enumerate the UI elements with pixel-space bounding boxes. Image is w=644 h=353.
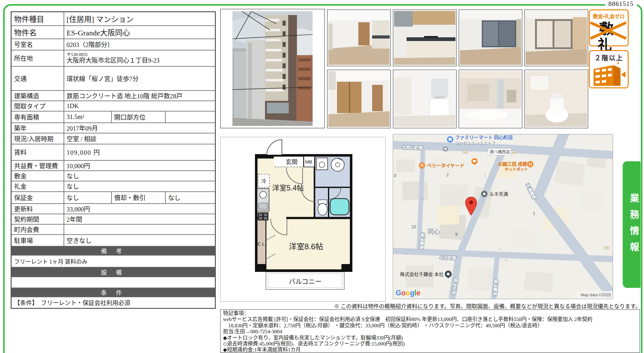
table-row: 号室名 0203（2階部分） (11, 39, 216, 50)
postal-code: 〒530-0035 (67, 52, 213, 57)
photo-living-room (459, 9, 522, 66)
row-label: 現況/入居時期 (11, 133, 64, 144)
area-doshin: 同心 (428, 228, 440, 235)
row-label: 築年 (11, 123, 64, 133)
row-label: 間取タイプ (11, 101, 64, 111)
side-banner-gyomu-joho: 業務情報 (623, 161, 641, 288)
street-kita-doshin: 北同心町筋 (402, 145, 423, 150)
row-value: なし (64, 171, 216, 181)
table-row: 【条件】 フリーレント・保証会社利用必須 (11, 297, 216, 309)
map-drawing: ↑→ ↓→↓ 北同心町筋 与力町筋 塩屋町筋 岩井町筋 金屋町筋 天満橋筋 源八… (393, 134, 613, 299)
poi-famima: ファミリーマート 同心町店 (455, 135, 513, 140)
notes-line: ◆オートロック有り、室内設備も充実したマンションです。駐輪場330円(月額) (223, 335, 637, 341)
bathroom-photo-art (460, 71, 521, 127)
row-value: ES-Grande大阪同心 (64, 26, 216, 39)
row-value: なし (165, 192, 216, 204)
badge-zero-chars: 敷礼 (590, 21, 628, 53)
row-label: 償却・敷引 (112, 192, 165, 204)
badge-second-floor-up: ２階以上 (589, 50, 629, 88)
label-balcony: バルコニー (289, 278, 322, 285)
notes-line: 担当:生田→080-7254-3004 (223, 329, 637, 335)
row-label: 駐車場 (11, 235, 64, 246)
row-label: 保証金 (11, 192, 64, 204)
label-entrance: 玄関 (286, 159, 298, 165)
row-value (64, 224, 216, 235)
row-value: 2017年09月 (64, 123, 216, 133)
label-room1: 洋室5.4帖 (272, 184, 304, 192)
photo-bathroom (459, 70, 522, 128)
poi-lune: ルネ天満 (489, 191, 508, 197)
row-value: 空室 / 相談 (64, 133, 216, 144)
svg-text:↑: ↑ (422, 196, 424, 202)
closet-photo-art (328, 71, 390, 127)
svg-text:↓: ↓ (498, 245, 501, 251)
label-fridge: 冷 (261, 179, 266, 184)
row-label: 礼金 (11, 181, 64, 192)
row-label: 物件種目 (11, 12, 64, 26)
table-row: 物件名 ES-Grande大阪同心 (11, 26, 216, 39)
map: ↑→ ↓→↓ 北同心町筋 与力町筋 塩屋町筋 岩井町筋 金屋町筋 天満橋筋 源八… (393, 134, 613, 299)
table-row: 共益費・管理費 10,000円 (11, 160, 216, 171)
block-number: 3 (394, 173, 396, 178)
floorplan: 玄関 MB 冷 洋室5.4帖 洋室8.6帖 C L バルコニー (220, 137, 386, 302)
row-value: 環状線「桜ノ宮」徒歩7分 (64, 66, 216, 91)
poi-hotpot-sub: ホットポット (505, 167, 528, 172)
section-header-equipment: 設 備 (11, 267, 216, 277)
table-row: 契約期間 2年間 (11, 214, 216, 224)
table-row: 町内会費 (11, 224, 216, 235)
photo-balcony-window (524, 9, 588, 66)
rent-value: 109,000 円 (64, 144, 216, 160)
row-value: なし (64, 192, 112, 204)
svg-text:↓: ↓ (484, 172, 486, 177)
notes-title: 特記事項： (223, 310, 637, 316)
kitchen-photo-art (394, 11, 455, 65)
row-label: 開口部方位 (112, 111, 165, 123)
row-value: 空きなし (64, 235, 216, 246)
photo-closet-room (327, 70, 391, 128)
table-row: 所在地 〒530-0035 大阪府大阪市北区同心１丁目9-23 (11, 50, 216, 66)
row-label: 専有面積 (11, 111, 64, 123)
block-number: 2 (446, 172, 449, 177)
row-value: 2年間 (64, 214, 216, 224)
room-photo-art (328, 11, 390, 65)
address-text: 大阪府大阪市北区同心１丁目9-23 (67, 57, 213, 64)
property-sheet: 8861515 物件種目 [住居用] マンション 物件名 ES-Grande大阪… (0, 0, 644, 353)
table-row: 賃料 109,000 円 (11, 144, 216, 160)
photo-kitchen (393, 9, 457, 66)
row-value: [住居用] マンション (64, 12, 216, 26)
badge-no-deposit-no-keymoney: 敷金•礼金ゼロ 敷礼 (589, 9, 629, 46)
badge-zero-title: 敷金•礼金ゼロ (590, 12, 628, 20)
photo-toilet (524, 70, 588, 128)
row-label: 交通 (11, 66, 64, 91)
row-value: 10,000円 (64, 160, 216, 171)
notes-line: 18,830円・定額水道料：2,750円（税込/月額） ・鍵交換代：33,000… (223, 323, 637, 329)
map-attribution: Map data ©2025 (581, 293, 611, 297)
svg-text:→: → (404, 250, 408, 256)
table-row: 間取タイプ 1DK (11, 101, 216, 111)
conditions-text: 【条件】 フリーレント・保証会社利用必須 (11, 297, 216, 309)
bus-station-icon (443, 147, 448, 151)
poi-berry: ベリータイヤード (427, 163, 465, 168)
table-row: 更新料 33,000円 (11, 204, 216, 214)
row-value: 31.5m² (64, 111, 112, 123)
row-label: 賃料 (11, 144, 64, 160)
row-value: 鉄筋コンクリート造 地上10階 総戸数28戸 (64, 91, 216, 101)
table-row: 物件種目 [住居用] マンション (11, 12, 216, 26)
row-label: 契約期間 (11, 214, 64, 224)
poi-senshukai: 株式会社千趣会 本社 (400, 272, 444, 277)
famima-pin-icon (447, 136, 453, 143)
row-label: 町内会費 (11, 224, 64, 235)
row-label: 所在地 (11, 50, 64, 66)
notes-line: webサービス広告掲載 [許可]・保証会社：保証会社利用必須 S全保連 初回保証… (223, 316, 637, 322)
building-arrow-icon (592, 62, 626, 86)
block-number: 9 (455, 232, 458, 237)
table-row: 専有面積 31.5m² 開口部方位 (11, 111, 216, 123)
washroom-photo-art (394, 71, 455, 127)
label-closet: C L (257, 241, 265, 247)
table-row: 礼金 なし (11, 181, 216, 192)
intersection-genpachi: 源八橋西詰 (490, 149, 510, 154)
google-logo: Google (396, 289, 420, 297)
label-mb: MB (305, 159, 312, 164)
table-row: 敷金 なし (11, 171, 216, 181)
table-row: 保証金 なし 償却・敷引 なし (11, 192, 216, 204)
